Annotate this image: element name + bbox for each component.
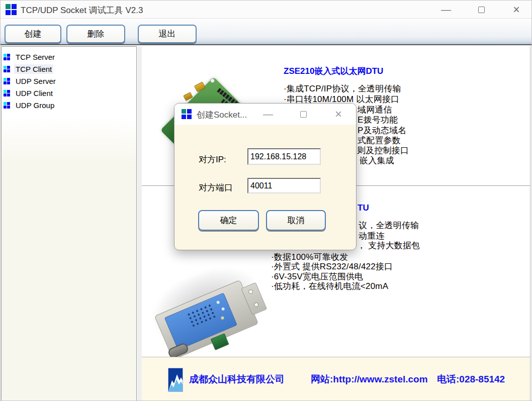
close-button[interactable]: × — [506, 1, 526, 19]
footer-bar: 成都众山科技有限公司 网站:http://www.zstel.com 电话:02… — [142, 357, 530, 401]
device-led — [221, 316, 224, 320]
company-phone: 电话:028-85142 — [437, 373, 505, 386]
create-socket-dialog: 创建Socket... — × 对方IP: 对方端口 确定 取消 — [174, 103, 357, 250]
toolbar: 创建 删除 退出 — [1, 19, 532, 45]
tree-item-label: UDP Server — [14, 76, 57, 86]
tree-item-label: UDP Group — [14, 101, 56, 110]
dialog-logo-icon — [182, 109, 192, 119]
tree-item-tcp-client[interactable]: TCP Client — [4, 63, 53, 75]
section2-title-fragment: TU — [358, 203, 369, 213]
dialog-title-bar: 创建Socket... — × — [174, 104, 356, 125]
app-window: TCP/UDP Socket 调试工具 V2.3 — × 创建 删除 退出 TC… — [0, 0, 532, 401]
tree-item-label: UDP Client — [14, 88, 54, 98]
device-led — [221, 308, 225, 311]
maximize-button[interactable] — [472, 1, 490, 19]
peer-port-label: 对方端口 — [199, 182, 233, 193]
device-vent-holes — [186, 304, 216, 328]
window-title: TCP/UDP Socket 调试工具 V2.3 — [21, 5, 143, 16]
feature-line-fragment: 嵌入集成 — [360, 155, 394, 166]
socket-type-icon — [4, 66, 10, 72]
socket-tree-panel: TCP Server TCP Client UDP Server UDP Cli… — [1, 46, 137, 401]
feature-line: ·集成TCP/IP协议，全透明传输 — [284, 83, 401, 94]
tree-item-udp-client[interactable]: UDP Client — [4, 87, 54, 99]
feature-line-fragment: E拨号功能 — [358, 114, 398, 126]
section1-title: ZSE210嵌入式以太网DTU — [284, 65, 383, 77]
company-website-link[interactable]: 网站:http://www.zstel.com — [311, 373, 428, 386]
ok-button[interactable]: 确定 — [198, 210, 259, 231]
exit-button[interactable]: 退出 — [138, 25, 197, 43]
socket-type-icon — [4, 90, 10, 96]
socket-type-icon — [4, 102, 10, 109]
dialog-close-button[interactable]: × — [328, 104, 348, 125]
peer-ip-label: 对方IP: — [199, 154, 226, 165]
dialog-maximize-button[interactable] — [294, 104, 312, 125]
dialog-maximize-icon — [300, 111, 307, 118]
minimize-button[interactable]: — — [437, 1, 455, 19]
feature-line-fragment: 议，全透明传输 — [359, 220, 419, 231]
device-terminal-block — [211, 333, 229, 350]
socket-type-icon — [4, 78, 10, 84]
tree-item-label: TCP Client — [14, 64, 53, 74]
app-logo-icon — [6, 4, 17, 15]
gprs-dtu-product-photo — [149, 246, 290, 354]
cancel-button[interactable]: 取消 — [266, 210, 326, 231]
tree-item-label: TCP Server — [14, 52, 56, 62]
device-mounting-flange — [241, 282, 267, 316]
maximize-icon — [478, 7, 485, 13]
pcb-mounting-hole — [210, 78, 215, 83]
create-button[interactable]: 创建 — [5, 25, 61, 43]
company-logo-icon — [168, 368, 183, 392]
feature-line-fragment: ， 支持大数据包 — [357, 240, 420, 251]
tree-item-udp-server[interactable]: UDP Server — [4, 75, 57, 87]
peer-ip-input[interactable] — [247, 148, 321, 165]
device-led — [216, 300, 220, 304]
tree-item-tcp-server[interactable]: TCP Server — [4, 51, 56, 63]
title-bar: TCP/UDP Socket 调试工具 V2.3 — × — [1, 1, 532, 19]
company-name: 成都众山科技有限公司 — [189, 373, 285, 386]
delete-button[interactable]: 删除 — [66, 25, 125, 43]
dialog-minimize-button[interactable]: — — [259, 104, 277, 125]
socket-type-icon — [4, 54, 10, 60]
panel-splitter[interactable] — [137, 46, 142, 401]
dialog-title: 创建Socket... — [197, 109, 247, 121]
tree-item-udp-group[interactable]: UDP Group — [4, 99, 56, 111]
peer-port-input[interactable] — [247, 178, 321, 193]
